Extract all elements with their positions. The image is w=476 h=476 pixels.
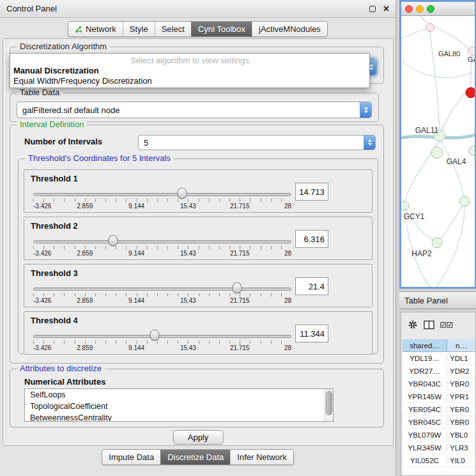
table-data-combobox-stepper-icon[interactable] — [360, 102, 371, 118]
table-data-group: Table Data galFiltered.sif default node — [10, 93, 379, 122]
zoom-traffic-light-button[interactable] — [427, 5, 434, 13]
list-scrollbar-thumb[interactable] — [326, 391, 332, 415]
slider-track[interactable] — [33, 288, 291, 291]
list-item-betweennesscentrality[interactable]: BetweennessCentrality — [25, 412, 333, 422]
close-icon[interactable]: × — [383, 4, 389, 14]
close-traffic-light-button[interactable] — [405, 5, 413, 13]
scale-tick-label: 9.144 — [128, 203, 144, 210]
network-canvas[interactable]: GAL80 GA GAL11 GAL4 GCY1 HAP2 — [401, 16, 475, 287]
apply-button[interactable]: Apply — [173, 430, 224, 445]
down-arrow-icon — [364, 111, 368, 113]
node[interactable] — [401, 201, 409, 210]
scale-tick-label: 21.715 — [230, 250, 250, 257]
column-header-name[interactable]: n… — [447, 339, 475, 352]
slider-track[interactable] — [33, 193, 291, 196]
tab-network[interactable]: Network — [68, 22, 123, 36]
slider-thumb[interactable] — [233, 282, 242, 293]
table-row[interactable]: YBL079W YBL0 — [403, 429, 475, 441]
scale-tick-label: 28 — [284, 250, 291, 257]
table-row[interactable]: YPR145W YPR1 — [403, 390, 475, 403]
scale-tick-label: 21.715 — [230, 344, 250, 351]
tab-jactivemnodules[interactable]: jActiveMNodules — [252, 22, 327, 36]
float-window-icon[interactable] — [369, 6, 376, 12]
tab-impute-data[interactable]: Impute Data — [102, 450, 160, 464]
slider-ticks — [33, 293, 291, 296]
list-scrollbar[interactable] — [325, 389, 333, 421]
number-of-intervals-value: 5 — [139, 138, 364, 148]
cell: YBR043C — [403, 380, 447, 388]
number-of-intervals-combobox[interactable]: 5 — [138, 135, 376, 150]
tab-discretize-data[interactable]: Discretize Data — [160, 450, 230, 464]
minimize-traffic-light-button[interactable] — [416, 5, 424, 13]
scale-tick-label: -3.426 — [33, 250, 51, 257]
node[interactable] — [432, 238, 442, 248]
list-item-selfloops[interactable]: SelfLoops — [25, 389, 333, 401]
slider-thumb[interactable] — [178, 188, 187, 199]
node-label-gal80: GAL80 — [438, 50, 460, 58]
cell: YIL0 — [447, 457, 475, 464]
gear-icon[interactable] — [408, 319, 418, 330]
slider-track[interactable] — [33, 240, 291, 243]
node[interactable] — [431, 147, 443, 158]
scale-tick-label: 2.859 — [77, 203, 93, 210]
cell: YPR1 — [447, 393, 475, 401]
algorithm-option-equal-width-frequency[interactable]: Equal Width/Frequency Discretization — [10, 76, 369, 86]
threshold-2-slider[interactable]: -3.426 2.859 9.144 15.43 21.715 28 — [33, 234, 291, 259]
slider-thumb[interactable] — [150, 330, 159, 341]
network-graph[interactable]: GAL80 GA GAL11 GAL4 GCY1 HAP2 — [401, 16, 475, 287]
node[interactable] — [426, 24, 434, 32]
numerical-attributes-list[interactable]: SelfLoops TopologicalCoefficient Between… — [24, 388, 334, 422]
cyni-toolbox-panel: Discretization Algorithm Select algorith… — [3, 38, 394, 446]
cell: YDL19… — [403, 355, 447, 362]
table-row[interactable]: YIL052C YIL0 — [403, 454, 475, 467]
selected-node[interactable] — [466, 88, 475, 98]
scale-tick-label: -3.426 — [33, 297, 51, 304]
algorithm-option-manual-discretization[interactable]: Manual Discretization — [10, 66, 369, 76]
node-label-gal11: GAL11 — [415, 126, 439, 135]
table-row[interactable]: YBR045C YBR0 — [403, 416, 475, 429]
threshold-2-value-field[interactable]: 6.316 — [295, 230, 328, 248]
number-of-intervals-stepper-icon[interactable] — [364, 135, 375, 150]
threshold-4-label: Threshold 4 — [31, 316, 78, 325]
slider-ticks — [33, 246, 291, 249]
table-row[interactable]: YDR27… YDR2 — [403, 365, 475, 378]
slider-scale: -3.426 2.859 9.144 15.43 21.715 28 — [33, 250, 291, 257]
control-panel-title: Control Panel — [6, 4, 369, 13]
node-label-gal4: GAL4 — [447, 157, 466, 166]
threshold-3-value-field[interactable]: 21.4 — [295, 277, 328, 295]
column-header-shared[interactable]: shared… — [403, 339, 447, 352]
table-row[interactable]: YBR043C YBR0 — [403, 378, 475, 390]
scale-tick-label: 15.43 — [180, 203, 196, 210]
tab-infer-network[interactable]: Infer Network — [230, 450, 293, 464]
table-row[interactable]: YDL19… YDL1 — [403, 352, 475, 365]
tab-cyni-toolbox[interactable]: Cyni Toolbox — [191, 22, 252, 36]
tab-select[interactable]: Select — [155, 22, 191, 36]
node[interactable] — [459, 196, 470, 206]
scale-tick-label: 21.715 — [230, 203, 250, 210]
slider-track[interactable] — [33, 335, 291, 338]
threshold-4-slider[interactable]: -3.426 2.859 9.144 15.43 21.715 28 — [33, 328, 291, 354]
table-row[interactable]: YLR345W YLR3 — [403, 441, 475, 454]
cell: YBR045C — [403, 418, 447, 426]
node[interactable] — [468, 47, 475, 56]
threshold-3-slider[interactable]: -3.426 2.859 9.144 15.43 21.715 28 — [33, 281, 291, 307]
tab-style[interactable]: Style — [123, 22, 155, 36]
node[interactable] — [469, 146, 475, 156]
threshold-4-value-field[interactable]: 11.344 — [295, 325, 328, 342]
select-columns-icon[interactable] — [440, 322, 453, 328]
cell: YDR27… — [403, 367, 447, 375]
table-row[interactable]: YER054C YER0 — [403, 403, 475, 416]
scale-tick-label: 2.859 — [77, 250, 93, 257]
slider-thumb[interactable] — [109, 235, 118, 246]
list-item-topologicalcoefficient[interactable]: TopologicalCoefficient — [25, 401, 333, 412]
attributes-group-label: Attributes to discretize — [17, 364, 105, 373]
column-layout-icon[interactable] — [424, 320, 434, 330]
threshold-1-value-field[interactable]: 14.713 — [295, 183, 328, 201]
algorithm-placeholder-option[interactable]: Select algorithm to view settings — [10, 56, 369, 66]
slider-ticks — [33, 341, 291, 344]
table-data-combobox-value: galFiltered.sif default node — [17, 105, 360, 115]
scale-tick-label: 15.43 — [180, 297, 196, 304]
cell: YLR3 — [447, 444, 475, 452]
threshold-1-slider[interactable]: -3.426 2.859 9.144 15.43 21.715 28 — [33, 187, 291, 212]
table-data-combobox[interactable]: galFiltered.sif default node — [17, 102, 372, 118]
